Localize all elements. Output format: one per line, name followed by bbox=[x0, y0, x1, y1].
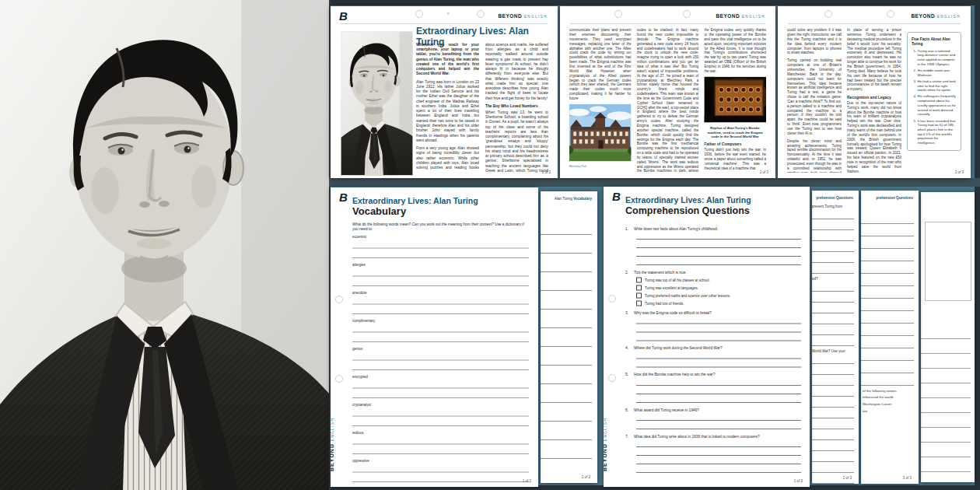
article-column: codes to be cracked; in fact, many found… bbox=[637, 28, 699, 173]
answer-line bbox=[921, 353, 971, 354]
answer-line bbox=[921, 412, 971, 413]
answer-line bbox=[812, 483, 854, 484]
brand-wordmark-vertical: BEYONDENGLISH bbox=[604, 418, 608, 471]
section-heading: The Boy Who Loved Numbers bbox=[485, 103, 548, 108]
answer-line bbox=[352, 453, 529, 454]
question: 2.Tick the statement which is true.Turin… bbox=[625, 270, 801, 306]
question-number: 6. bbox=[625, 408, 631, 412]
answer-line bbox=[636, 455, 801, 456]
answer-line bbox=[541, 309, 592, 310]
article-column: Five Facts About Alan Turing Turing was … bbox=[907, 28, 961, 173]
answer-line bbox=[921, 457, 971, 457]
vocab-word-group: oppressive bbox=[352, 459, 529, 482]
answer-line bbox=[352, 285, 529, 286]
answer-line bbox=[921, 442, 971, 443]
instructions: What do the following words mean? Can yo… bbox=[352, 222, 525, 232]
answer-line bbox=[812, 334, 854, 335]
question: 1.Write down two facts about Alan Turing… bbox=[625, 226, 801, 265]
page-number: 3 of 3 bbox=[903, 476, 912, 480]
question-text: 7.What idea did Turing write about in 19… bbox=[625, 434, 801, 439]
answer-line bbox=[636, 446, 801, 447]
facts-box-title: Five Facts About Alan Turing bbox=[912, 37, 957, 46]
answer-line bbox=[861, 223, 914, 224]
worksheet-title: Extraordinary Lives: Alan Turing bbox=[625, 195, 751, 205]
answer-line bbox=[861, 348, 914, 348]
article-column: communicate their plans and prevent thei… bbox=[569, 28, 632, 173]
brand-wordmark: BEYONDENGLISH bbox=[716, 12, 765, 19]
answer-line bbox=[861, 261, 914, 261]
hole-punch-icon bbox=[614, 10, 622, 18]
answer-line bbox=[812, 291, 854, 292]
vocab-word: eccentric bbox=[352, 235, 529, 239]
hole-punch-icon bbox=[477, 10, 485, 18]
comprehension-page-3: prehension Questions of the following na… bbox=[861, 191, 919, 484]
beyond-logo-icon: B bbox=[612, 191, 621, 202]
answer-line bbox=[541, 383, 592, 384]
answer-line bbox=[921, 383, 971, 383]
answer-line bbox=[636, 359, 801, 359]
question-number: 4. bbox=[625, 346, 631, 351]
hole-punch-icon bbox=[608, 374, 616, 382]
vocab-word-group: allergies bbox=[352, 263, 529, 286]
body-text: Turing didn't just help win the war. In … bbox=[704, 148, 766, 170]
ruled-lines bbox=[541, 216, 592, 459]
row-divider bbox=[329, 178, 980, 187]
answer-line bbox=[812, 461, 854, 462]
answer-line bbox=[541, 402, 592, 403]
drawing-box bbox=[925, 222, 971, 301]
answer-line bbox=[861, 335, 914, 336]
body-text: Despite his clever mind and amazing achi… bbox=[787, 138, 842, 173]
brand-wordmark: BEYONDENGLISH bbox=[911, 12, 961, 19]
worksheet-title: Extraordinary Lives: Alan Turing bbox=[352, 196, 478, 205]
answer-line bbox=[541, 346, 592, 347]
vocab-word: oppressive bbox=[352, 459, 529, 463]
worksheet-subtitle: Vocabulary bbox=[352, 205, 406, 218]
hole-mark-icon bbox=[447, 12, 450, 15]
answer-line bbox=[352, 341, 529, 342]
checkbox-option: Turing was excellent at languages. bbox=[636, 285, 801, 290]
checkbox-option: Turing preferred maths and science over … bbox=[636, 292, 801, 298]
continuation-header: Alan Turing Vocabulary bbox=[555, 197, 592, 201]
checkbox-icon bbox=[636, 292, 642, 298]
fact-item: His colleagues frequently complained abo… bbox=[918, 94, 957, 117]
page-number: 2 of 3 bbox=[760, 170, 768, 174]
answer-line bbox=[352, 304, 529, 305]
page-number: 3 of 3 bbox=[955, 170, 964, 174]
answer-line bbox=[541, 365, 592, 366]
vocab-word-group: complimentary bbox=[352, 319, 529, 342]
answer-line bbox=[636, 367, 801, 368]
answer-line bbox=[812, 363, 854, 364]
vocab-word-group: anecdote bbox=[352, 291, 529, 314]
answer-line bbox=[636, 341, 801, 341]
answer-line bbox=[541, 458, 592, 459]
answer-line bbox=[541, 439, 592, 440]
checkbox-icon bbox=[636, 285, 642, 290]
page-number: 1 of 3 bbox=[542, 170, 551, 174]
photo-caption: Bletchley Park bbox=[569, 164, 632, 168]
checkbox-icon bbox=[636, 300, 642, 306]
fact-item: Turing was a talented long-distance runn… bbox=[918, 48, 957, 66]
vocab-word: anecdote bbox=[352, 291, 529, 295]
answer-line bbox=[541, 234, 592, 235]
article-column: In place of serving a prison sentence, T… bbox=[847, 28, 901, 173]
section-heading: Recognition and Legacy bbox=[847, 95, 901, 100]
question-label: Tick the statement which is true. bbox=[634, 270, 687, 275]
answer-line bbox=[352, 332, 529, 333]
frame-top bbox=[329, 0, 980, 5]
answer-line bbox=[812, 302, 854, 303]
hole-punch-icon bbox=[683, 10, 691, 18]
answer-line bbox=[921, 397, 971, 398]
answer-line bbox=[352, 276, 529, 277]
question-label: How did the Bombe machine help to win th… bbox=[634, 373, 715, 377]
checkbox-icon bbox=[636, 277, 642, 282]
question-label: Why was the Enigma code so difficult to … bbox=[634, 310, 712, 315]
answer-line bbox=[636, 402, 801, 403]
question: 5.How did the Bombe machine help to win … bbox=[625, 373, 801, 403]
option-label: Turing had lots of friends. bbox=[645, 301, 684, 305]
brand-wordmark-vertical: BEYONDENGLISH bbox=[331, 418, 335, 471]
vocabulary-page-2: Alan Turing Vocabulary 2 of 2 bbox=[541, 191, 597, 483]
page-number: 2 of 2 bbox=[582, 475, 590, 479]
reading-page-1: B BEYONDENGLISH Extraordinary Lives: Ala… bbox=[331, 6, 558, 178]
question-text: 6.What award did Turing receive in 1946? bbox=[625, 408, 801, 412]
question-number: 1. bbox=[625, 226, 631, 231]
